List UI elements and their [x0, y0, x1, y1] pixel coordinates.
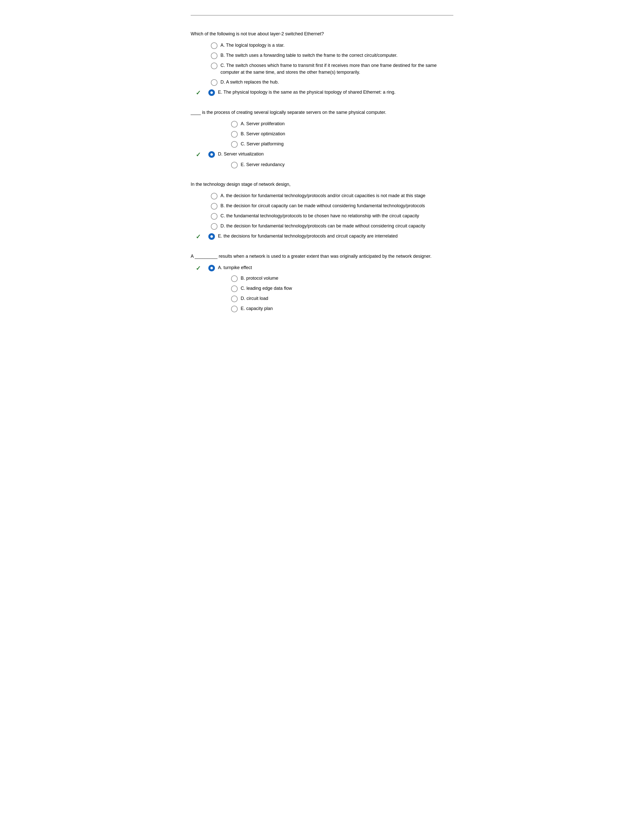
option-text: B. Server optimization: [241, 130, 453, 137]
option-text: D. circuit load: [241, 295, 453, 302]
radio-button[interactable]: [231, 121, 238, 127]
question-text-2: ____ is the process of creating several …: [191, 109, 453, 116]
option-text: A. The logical topology is a star.: [221, 42, 453, 49]
list-item[interactable]: B. The switch uses a forwarding table to…: [191, 52, 453, 59]
option-text: A. turnpike effect: [218, 264, 453, 271]
option-text: B. The switch uses a forwarding table to…: [221, 52, 453, 59]
options-list-1: A. The logical topology is a star.B. The…: [191, 42, 453, 96]
list-item[interactable]: A. The logical topology is a star.: [191, 42, 453, 49]
option-text: C. leading edge data flow: [241, 285, 453, 292]
radio-button[interactable]: [211, 203, 217, 209]
list-item[interactable]: C. Server platforming: [191, 141, 453, 148]
radio-button[interactable]: [211, 193, 217, 199]
radio-button[interactable]: [231, 296, 238, 302]
options-list-2: A. Server proliferationB. Server optimiz…: [191, 121, 453, 168]
correct-check-icon: ✓: [196, 233, 201, 240]
option-text: C. The switch chooses which frame to tra…: [221, 62, 453, 76]
radio-button[interactable]: [211, 213, 217, 220]
option-text: A. the decision for fundamental technolo…: [221, 192, 453, 199]
option-text: B. the decision for circuit capacity can…: [221, 203, 453, 209]
radio-button[interactable]: [208, 151, 215, 158]
correct-check-icon: ✓: [196, 151, 201, 158]
radio-button[interactable]: [208, 89, 215, 96]
option-text: E. Server redundancy: [241, 161, 453, 168]
list-item[interactable]: A. Server proliferation: [191, 121, 453, 127]
radio-button[interactable]: [231, 131, 238, 138]
list-item[interactable]: B. protocol volume: [191, 275, 453, 282]
radio-inner: [210, 267, 213, 269]
radio-button[interactable]: [211, 42, 217, 49]
list-item[interactable]: ✓D. Server virtualization: [191, 151, 453, 158]
list-item[interactable]: B. the decision for circuit capacity can…: [191, 203, 453, 209]
radio-button[interactable]: [208, 265, 215, 271]
options-list-4: ✓A. turnpike effectB. protocol volumeC. …: [191, 264, 453, 312]
list-item[interactable]: A. the decision for fundamental technolo…: [191, 192, 453, 199]
list-item[interactable]: E. capacity plan: [191, 305, 453, 312]
radio-button[interactable]: [231, 286, 238, 292]
list-item[interactable]: E. Server redundancy: [191, 161, 453, 168]
radio-button[interactable]: [211, 53, 217, 59]
option-text: C. Server platforming: [241, 141, 453, 148]
question-block-4: A _________ results when a network is us…: [191, 253, 453, 312]
option-text: D. Server virtualization: [218, 151, 453, 158]
radio-button[interactable]: [231, 162, 238, 168]
question-text-1: Which of the following is not true about…: [191, 31, 453, 37]
correct-check-icon: ✓: [196, 89, 201, 96]
option-text: A. Server proliferation: [241, 121, 453, 127]
list-item[interactable]: ✓A. turnpike effect: [191, 264, 453, 272]
option-text: C. the fundamental technology/protocols …: [221, 212, 453, 219]
option-text: D. A switch replaces the hub.: [221, 79, 453, 85]
radio-button[interactable]: [211, 79, 217, 86]
list-item[interactable]: C. leading edge data flow: [191, 285, 453, 292]
list-item[interactable]: B. Server optimization: [191, 130, 453, 138]
question-block-2: ____ is the process of creating several …: [191, 109, 453, 168]
question-block-1: Which of the following is not true about…: [191, 31, 453, 96]
radio-inner: [210, 235, 213, 238]
radio-button[interactable]: [208, 233, 215, 240]
list-item[interactable]: C. The switch chooses which frame to tra…: [191, 62, 453, 76]
question-block-3: In the technology design stage of networ…: [191, 181, 453, 240]
radio-button[interactable]: [211, 223, 217, 230]
option-text: E. capacity plan: [241, 305, 453, 312]
list-item[interactable]: ✓E. The physical topology is the same as…: [191, 89, 453, 96]
list-item[interactable]: ✓E. the decisions for fundamental techno…: [191, 233, 453, 240]
question-text-4: A _________ results when a network is us…: [191, 253, 453, 260]
options-list-3: A. the decision for fundamental technolo…: [191, 192, 453, 240]
option-text: E. The physical topology is the same as …: [218, 89, 453, 96]
radio-button[interactable]: [231, 306, 238, 312]
list-item[interactable]: D. the decision for fundamental technolo…: [191, 223, 453, 230]
list-item[interactable]: C. the fundamental technology/protocols …: [191, 212, 453, 220]
radio-inner: [210, 92, 213, 94]
option-text: D. the decision for fundamental technolo…: [221, 223, 453, 230]
radio-button[interactable]: [231, 141, 238, 148]
option-text: B. protocol volume: [241, 275, 453, 282]
radio-inner: [210, 153, 213, 156]
list-item[interactable]: D. circuit load: [191, 295, 453, 302]
question-text-3: In the technology design stage of networ…: [191, 181, 453, 188]
radio-button[interactable]: [211, 63, 217, 69]
radio-button[interactable]: [231, 275, 238, 282]
list-item[interactable]: D. A switch replaces the hub.: [191, 79, 453, 86]
option-text: E. the decisions for fundamental technol…: [218, 233, 453, 240]
correct-check-icon: ✓: [196, 265, 201, 272]
